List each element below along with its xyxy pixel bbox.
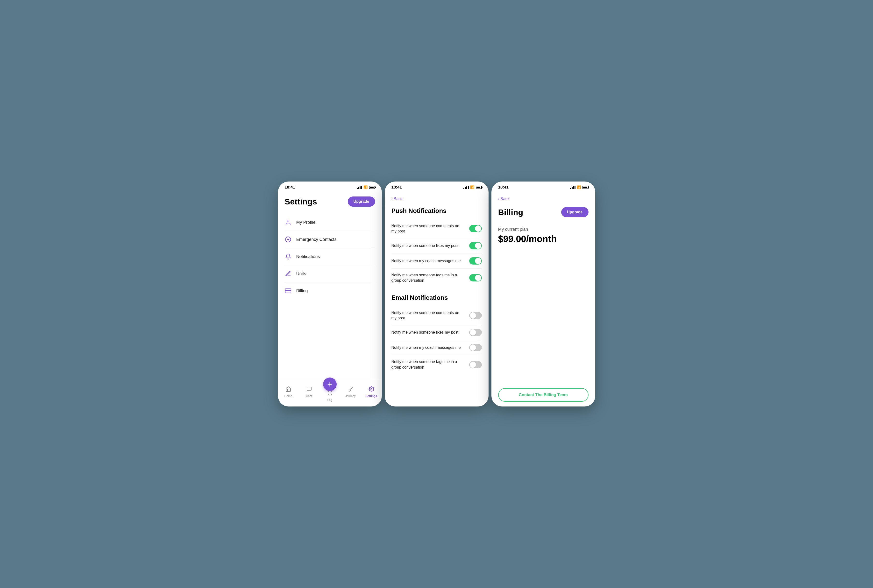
notifications-label: Notifications <box>296 254 320 259</box>
notif-status-time: 18:41 <box>391 185 402 190</box>
email-coach-toggle[interactable] <box>469 344 482 351</box>
email-comments-label: Notify me when someone comments on my po… <box>391 310 469 321</box>
email-tags-toggle[interactable] <box>469 361 482 368</box>
push-likes-toggle[interactable] <box>469 242 482 249</box>
push-tags-label: Notify me when someone tags me in a grou… <box>391 273 469 284</box>
nav-chat[interactable]: Chat <box>299 386 320 398</box>
svg-line-10 <box>350 388 352 390</box>
settings-item-units[interactable]: Units <box>285 265 375 282</box>
emergency-label: Emergency Contacts <box>296 237 337 242</box>
wifi-icon: 📶 <box>364 185 368 189</box>
push-coach-toggle[interactable] <box>469 257 482 264</box>
push-coach-label: Notify me when my coach messages me <box>391 258 469 264</box>
pencil-icon <box>285 271 292 277</box>
journey-icon <box>348 386 353 393</box>
settings-header: Settings Upgrade <box>285 196 375 207</box>
billing-signal-icon <box>570 186 575 189</box>
settings-item-emergency[interactable]: Emergency Contacts <box>285 231 375 248</box>
notif-item-push-likes: Notify me when someone likes my post <box>391 238 482 254</box>
email-likes-toggle[interactable] <box>469 329 482 336</box>
billing-wifi-icon: 📶 <box>577 185 581 189</box>
back-chevron-icon: ‹ <box>391 197 393 201</box>
notifications-screen: 18:41 📶 ‹ Back Push Notifications Notify… <box>385 182 488 406</box>
status-bar: 18:41 📶 <box>278 182 382 192</box>
fab-add-button[interactable] <box>323 378 337 391</box>
plus-circle-icon <box>285 236 292 243</box>
bell-icon <box>285 254 292 260</box>
contact-billing-button[interactable]: Contact The Billing Team <box>498 388 589 402</box>
settings-item-profile[interactable]: My Profile <box>285 214 375 231</box>
back-label: Back <box>394 196 403 201</box>
billing-back-label: Back <box>500 196 509 201</box>
chat-icon <box>306 386 312 393</box>
billing-status-icons: 📶 <box>570 185 589 189</box>
nav-journey[interactable]: Journey <box>340 386 361 398</box>
notif-item-email-likes: Notify me when someone likes my post <box>391 325 482 340</box>
nav-chat-label: Chat <box>306 394 312 398</box>
email-notifications-title: Email Notifications <box>391 294 482 302</box>
units-label: Units <box>296 271 306 276</box>
plan-price: $99.00/month <box>498 234 589 244</box>
notifications-content: ‹ Back Push Notifications Notify me when… <box>385 192 488 406</box>
bottom-nav: Home Chat Log <box>278 380 382 406</box>
email-likes-label: Notify me when someone likes my post <box>391 330 469 335</box>
notif-signal-icon <box>463 186 469 189</box>
upgrade-button[interactable]: Upgrade <box>348 196 375 207</box>
svg-point-0 <box>287 220 289 222</box>
svg-rect-4 <box>285 289 291 293</box>
billing-label: Billing <box>296 288 308 294</box>
settings-title: Settings <box>285 197 317 206</box>
notif-wifi-icon: 📶 <box>470 185 474 189</box>
nav-settings-label: Settings <box>366 394 377 398</box>
credit-card-icon <box>285 288 292 294</box>
settings-screen: 18:41 📶 Settings Upgrade <box>278 182 382 406</box>
status-icons: 📶 <box>357 185 375 189</box>
push-comments-toggle[interactable] <box>469 225 482 232</box>
settings-menu: My Profile Emergency Contacts <box>285 214 375 299</box>
billing-status-time: 18:41 <box>498 185 509 190</box>
status-time: 18:41 <box>285 185 295 190</box>
profile-label: My Profile <box>296 220 316 225</box>
billing-title: Billing <box>498 208 523 217</box>
notif-item-push-coach: Notify me when my coach messages me <box>391 254 482 268</box>
home-icon <box>285 386 291 393</box>
billing-screen: 18:41 📶 ‹ Back Billing Upgrade My curren… <box>491 182 595 406</box>
email-tags-label: Notify me when someone tags me in a grou… <box>391 359 469 370</box>
nav-settings[interactable]: Settings <box>361 386 382 398</box>
notif-item-email-coach: Notify me when my coach messages me <box>391 340 482 355</box>
billing-back-chevron-icon: ‹ <box>498 197 499 201</box>
battery-icon <box>369 186 375 189</box>
notif-status-icons: 📶 <box>463 185 482 189</box>
email-coach-label: Notify me when my coach messages me <box>391 345 469 350</box>
notif-item-email-tags: Notify me when someone tags me in a grou… <box>391 355 482 374</box>
push-notifications-list: Notify me when someone comments on my po… <box>391 219 482 287</box>
status-bar-billing: 18:41 📶 <box>491 182 595 192</box>
settings-nav-icon <box>368 386 374 393</box>
back-button[interactable]: ‹ Back <box>391 196 482 201</box>
nav-log[interactable]: Log <box>320 382 340 402</box>
nav-home-label: Home <box>284 394 292 398</box>
notif-item-email-comments: Notify me when someone comments on my po… <box>391 306 482 325</box>
settings-item-billing[interactable]: Billing <box>285 282 375 299</box>
billing-upgrade-button[interactable]: Upgrade <box>561 207 589 217</box>
nav-journey-label: Journey <box>346 394 356 398</box>
push-tags-toggle[interactable] <box>469 274 482 282</box>
notif-item-push-comments: Notify me when someone comments on my po… <box>391 219 482 238</box>
email-comments-toggle[interactable] <box>469 312 482 319</box>
email-notifications-list: Notify me when someone comments on my po… <box>391 306 482 374</box>
billing-back-button[interactable]: ‹ Back <box>498 196 589 201</box>
settings-item-notifications[interactable]: Notifications <box>285 248 375 265</box>
billing-header: Billing Upgrade <box>498 207 589 217</box>
status-bar-notif: 18:41 📶 <box>385 182 488 192</box>
settings-content: Settings Upgrade My Profile <box>278 192 382 380</box>
billing-content: ‹ Back Billing Upgrade My current plan $… <box>491 192 595 406</box>
push-likes-label: Notify me when someone likes my post <box>391 243 469 248</box>
nav-log-label: Log <box>327 398 332 402</box>
billing-battery-icon <box>583 186 589 189</box>
nav-home[interactable]: Home <box>278 386 299 398</box>
plan-label: My current plan <box>498 227 589 232</box>
log-icon <box>327 390 333 397</box>
notif-item-push-tags: Notify me when someone tags me in a grou… <box>391 268 482 287</box>
person-icon <box>285 219 292 225</box>
svg-point-11 <box>371 388 372 390</box>
